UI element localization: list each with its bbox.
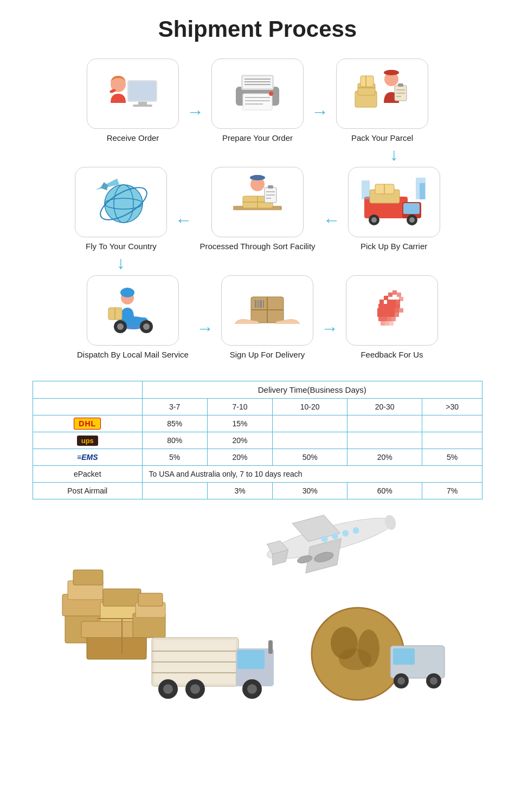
- step-sort: Processed Through Sort Facility: [199, 167, 315, 251]
- ems-3-7: 5%: [142, 449, 207, 466]
- step-dispatch: Dispatch By Local Mail Service: [77, 275, 189, 359]
- col-empty: [33, 399, 143, 415]
- ups-7-10: 20%: [207, 432, 272, 449]
- svg-rect-106: [378, 317, 383, 321]
- svg-rect-91: [383, 304, 387, 308]
- svg-point-16: [269, 92, 273, 96]
- svg-rect-102: [382, 313, 386, 317]
- step-pickup-label: Pick Up By Carrier: [360, 242, 427, 251]
- svg-rect-112: [389, 321, 394, 326]
- dhl-30plus: [422, 415, 482, 432]
- airmail-30plus: 7%: [422, 483, 482, 499]
- svg-rect-80: [263, 300, 264, 308]
- svg-rect-88: [391, 300, 396, 304]
- carrier-dhl: DHL: [33, 415, 143, 432]
- svg-rect-90: [378, 304, 383, 308]
- airmail-7-10: 3%: [207, 483, 272, 499]
- svg-rect-120: [103, 589, 141, 606]
- step-receive-label: Receive Order: [107, 133, 159, 142]
- ups-20-30: [347, 432, 422, 449]
- svg-rect-2: [138, 102, 147, 105]
- svg-rect-110: [381, 321, 385, 326]
- svg-rect-89: [387, 300, 391, 304]
- svg-rect-84: [392, 290, 397, 295]
- svg-rect-47: [268, 185, 273, 189]
- svg-rect-111: [385, 321, 389, 326]
- ems-30plus: 5%: [422, 449, 482, 466]
- step-signup-label: Sign Up For Delivery: [230, 350, 305, 359]
- step-feedback-label: Feedback For Us: [360, 350, 423, 359]
- col-7-10: 7-10: [207, 399, 272, 415]
- step-pack-label: Pack Your Parcel: [351, 133, 413, 142]
- step-pack: Pack Your Parcel: [336, 59, 428, 142]
- carrier-airmail: Post Airmail: [33, 483, 143, 499]
- svg-rect-81: [379, 300, 384, 304]
- row-dhl: DHL 85% 15%: [33, 415, 482, 432]
- svg-point-55: [371, 217, 377, 223]
- svg-rect-92: [387, 304, 391, 308]
- col-3-7: 3-7: [142, 399, 207, 415]
- svg-rect-82: [384, 296, 388, 300]
- delivery-table: Delivery Time(Business Days) 3-7 7-10 10…: [33, 381, 482, 499]
- dhl-7-10: 15%: [207, 415, 272, 432]
- step-receive: Receive Order: [87, 59, 179, 142]
- svg-rect-127: [138, 593, 163, 606]
- arrow-left-2: ←: [316, 210, 348, 230]
- svg-rect-94: [396, 304, 400, 308]
- svg-rect-3: [133, 105, 152, 107]
- svg-point-69: [117, 323, 124, 330]
- svg-rect-135: [239, 669, 271, 674]
- carrier-epacket: ePacket: [33, 466, 143, 483]
- arrow-right-3: →: [189, 319, 221, 339]
- ems-logo: ≡EMS: [77, 453, 98, 462]
- step-fly-label: Fly To Your Country: [86, 242, 157, 251]
- airmail-20-30: 60%: [347, 483, 422, 499]
- dhl-logo: DHL: [74, 418, 101, 430]
- svg-rect-19: [389, 70, 394, 74]
- svg-rect-21: [398, 83, 403, 87]
- ups-30plus: [422, 432, 482, 449]
- svg-rect-117: [73, 570, 103, 585]
- col-10-20: 10-20: [273, 399, 347, 415]
- arrow-left-1: ←: [167, 210, 199, 230]
- step-fly: Fly To Your Country: [75, 167, 167, 251]
- svg-rect-98: [390, 308, 395, 313]
- col-carrier: [33, 381, 143, 399]
- svg-point-163: [397, 677, 405, 685]
- svg-rect-100: [399, 308, 403, 313]
- ems-20-30: 20%: [347, 449, 422, 466]
- svg-rect-96: [382, 308, 386, 313]
- airmail-10-20: 30%: [273, 483, 347, 499]
- arrow-right-4: →: [313, 319, 346, 339]
- step-feedback: Feedback For Us: [346, 275, 438, 359]
- svg-rect-103: [386, 313, 390, 317]
- svg-point-139: [190, 684, 200, 694]
- page-title: Shipment Process: [0, 0, 515, 53]
- airmail-3-7: [142, 483, 207, 499]
- svg-rect-105: [395, 313, 399, 317]
- svg-point-57: [409, 217, 415, 223]
- process-section: Receive Order →: [0, 53, 515, 370]
- step-pickup: Pick Up By Carrier: [348, 167, 440, 251]
- svg-rect-109: [391, 317, 396, 321]
- svg-rect-107: [383, 317, 387, 321]
- dhl-3-7: 85%: [142, 415, 207, 432]
- svg-rect-108: [387, 317, 391, 321]
- epacket-note: To USA and Australia only, 7 to 10 days …: [142, 466, 482, 483]
- row-ups: ups 80% 20%: [33, 432, 482, 449]
- svg-rect-101: [377, 313, 382, 317]
- bottom-illustration: [0, 510, 515, 711]
- svg-rect-161: [393, 648, 415, 665]
- svg-rect-12: [243, 94, 272, 110]
- dhl-10-20: [273, 415, 347, 432]
- arrow-down-2: ↓: [73, 253, 442, 273]
- svg-point-137: [163, 684, 173, 694]
- arrow-right-2: →: [304, 102, 336, 122]
- svg-rect-99: [395, 308, 399, 313]
- col-30plus: >30: [422, 399, 482, 415]
- svg-rect-85: [397, 293, 401, 297]
- svg-rect-95: [377, 308, 382, 313]
- ems-7-10: 20%: [207, 449, 272, 466]
- row-airmail: Post Airmail 3% 30% 60% 7%: [33, 483, 482, 499]
- col-20-30: 20-30: [347, 399, 422, 415]
